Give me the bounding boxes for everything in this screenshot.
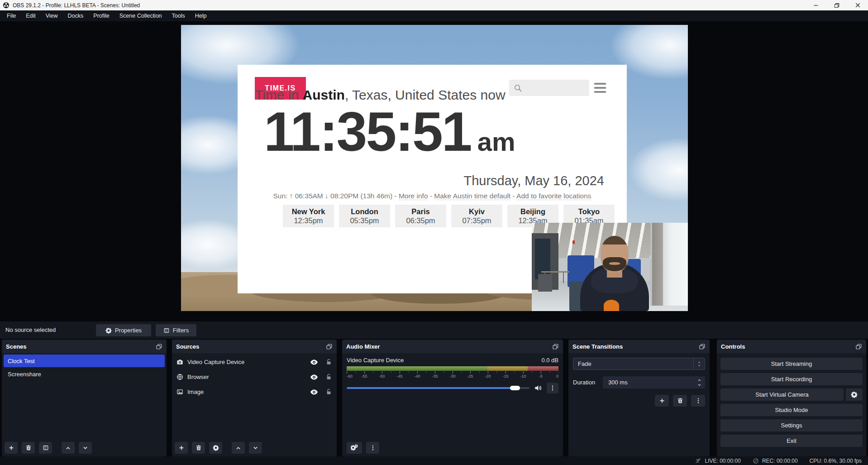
sun-info-line: Sun: ↑ 06:35AM ↓ 08:20PM (13h 46m) - Mor… bbox=[238, 192, 627, 200]
camera-icon bbox=[176, 359, 183, 365]
sources-panel: Sources Video Capture Device Browser Ima… bbox=[172, 340, 337, 456]
time-ampm: am bbox=[477, 127, 515, 156]
chevron-down-icon bbox=[253, 445, 258, 451]
lock-open-icon[interactable] bbox=[325, 374, 332, 380]
popout-icon[interactable] bbox=[326, 343, 333, 350]
filter-icon bbox=[163, 327, 170, 334]
menu-file[interactable]: File bbox=[2, 10, 21, 21]
source-up-button[interactable] bbox=[232, 442, 245, 454]
restore-button[interactable] bbox=[826, 0, 847, 10]
source-row-browser[interactable]: Browser bbox=[172, 369, 337, 384]
cpu-fps-status: CPU: 0.6%, 30.00 fps bbox=[810, 458, 862, 464]
remove-transition-button[interactable] bbox=[673, 395, 687, 407]
program-canvas: TIME.IS Time in Austin, Texas, United St… bbox=[0, 21, 868, 321]
meter-tick-marks bbox=[347, 371, 558, 374]
plus-icon bbox=[178, 445, 185, 451]
advanced-audio-button[interactable] bbox=[347, 442, 362, 454]
meter-tick-labels: -60 -55 -50 -45 -40 -35 -30 -25 -20 -15 … bbox=[347, 374, 558, 379]
popout-icon[interactable] bbox=[855, 343, 862, 350]
trash-icon bbox=[196, 445, 202, 451]
source-down-button[interactable] bbox=[249, 442, 262, 454]
duration-label: Duration bbox=[573, 379, 603, 386]
add-scene-button[interactable] bbox=[5, 442, 18, 454]
window-title: OBS 29.1.2 - Profile: LLHLS BETA - Scene… bbox=[13, 2, 140, 9]
gear-icon bbox=[851, 391, 858, 398]
source-selection-bar: No source selected Properties Filters bbox=[0, 321, 868, 339]
eye-icon[interactable] bbox=[310, 388, 318, 396]
popout-icon[interactable] bbox=[699, 343, 706, 350]
exit-button[interactable]: Exit bbox=[720, 435, 863, 447]
dots-vertical-icon bbox=[370, 445, 376, 451]
transition-menu-button[interactable] bbox=[691, 395, 705, 407]
audio-mixer-panel: Audio Mixer Video Capture Device 0.0 dB … bbox=[342, 340, 563, 456]
menu-tools[interactable]: Tools bbox=[167, 10, 190, 21]
menu-profile[interactable]: Profile bbox=[88, 10, 114, 21]
volume-slider[interactable] bbox=[347, 385, 529, 391]
virtual-camera-config-button[interactable] bbox=[846, 388, 863, 401]
remove-scene-button[interactable] bbox=[22, 442, 35, 454]
remove-source-button[interactable] bbox=[192, 442, 205, 454]
lock-open-icon[interactable] bbox=[325, 359, 332, 365]
sources-panel-title: Sources bbox=[176, 343, 199, 350]
combo-arrows[interactable] bbox=[693, 358, 705, 369]
gear-icon bbox=[105, 327, 112, 334]
webcam-overlay bbox=[532, 223, 688, 311]
transition-select[interactable]: Fade bbox=[573, 358, 705, 370]
close-button[interactable] bbox=[847, 0, 868, 10]
more-info-link: More info bbox=[399, 192, 428, 200]
dots-vertical-icon bbox=[695, 398, 701, 404]
title-bar: OBS 29.1.2 - Profile: LLHLS BETA - Scene… bbox=[0, 0, 868, 10]
filters-button[interactable]: Filters bbox=[156, 324, 196, 336]
menu-edit[interactable]: Edit bbox=[21, 10, 41, 21]
scene-item-clock-test[interactable]: Clock Test bbox=[4, 355, 165, 367]
popout-icon[interactable] bbox=[156, 343, 162, 350]
duration-spinbox[interactable]: 300 ms bbox=[603, 376, 705, 388]
plus-icon bbox=[8, 445, 14, 451]
source-properties-button[interactable] bbox=[209, 442, 222, 454]
city-newyork: New York12:35pm bbox=[283, 205, 334, 227]
current-date: Thursday, May 16, 2024 bbox=[463, 173, 604, 188]
lock-open-icon[interactable] bbox=[325, 388, 332, 395]
menu-view[interactable]: View bbox=[41, 10, 63, 21]
trash-icon bbox=[677, 398, 683, 404]
settings-button[interactable]: Settings bbox=[720, 419, 863, 431]
scene-down-button[interactable] bbox=[79, 442, 92, 454]
live-status: LIVE: 00:00:00 bbox=[695, 457, 740, 464]
volume-slider-handle[interactable] bbox=[510, 386, 520, 390]
stream-inactive-icon bbox=[695, 457, 701, 464]
speaker-icon[interactable] bbox=[534, 384, 542, 392]
menu-help[interactable]: Help bbox=[190, 10, 212, 21]
add-source-button[interactable] bbox=[175, 442, 188, 454]
start-streaming-button[interactable]: Start Streaming bbox=[720, 358, 863, 370]
audio-mixer-title: Audio Mixer bbox=[346, 343, 380, 350]
start-recording-button[interactable]: Start Recording bbox=[720, 373, 863, 385]
menu-docks[interactable]: Docks bbox=[63, 10, 89, 21]
add-transition-button[interactable] bbox=[655, 395, 669, 407]
properties-button[interactable]: Properties bbox=[96, 324, 151, 336]
chevron-up-icon[interactable] bbox=[697, 378, 702, 382]
minimize-button[interactable] bbox=[806, 0, 826, 10]
add-favorite-link: Add to favorite locations bbox=[516, 192, 591, 200]
source-row-video-capture-device[interactable]: Video Capture Device bbox=[172, 355, 337, 369]
webcam-exit-sign bbox=[572, 240, 575, 244]
popout-icon[interactable] bbox=[552, 343, 559, 350]
source-row-image[interactable]: Image bbox=[172, 384, 337, 399]
scene-filters-button[interactable] bbox=[39, 442, 52, 454]
studio-mode-button[interactable]: Studio Mode bbox=[720, 404, 863, 416]
cloud bbox=[629, 138, 688, 201]
transitions-panel-title: Scene Transitions bbox=[572, 343, 623, 350]
scene-up-button[interactable] bbox=[62, 442, 75, 454]
eye-icon[interactable] bbox=[310, 373, 318, 381]
menu-scene-collection[interactable]: Scene Collection bbox=[114, 10, 167, 21]
chevron-up-icon bbox=[697, 361, 701, 364]
eye-icon[interactable] bbox=[310, 358, 318, 366]
scene-item-screenshare[interactable]: Screenshare bbox=[2, 368, 167, 380]
start-virtual-camera-button[interactable]: Start Virtual Camera bbox=[720, 388, 844, 401]
trash-icon bbox=[25, 445, 32, 451]
mixer-menu-button[interactable] bbox=[366, 442, 379, 454]
scene-preview[interactable]: TIME.IS Time in Austin, Texas, United St… bbox=[181, 25, 688, 311]
chevron-down-icon[interactable] bbox=[697, 383, 702, 387]
webcam-pillar bbox=[652, 223, 663, 306]
mixer-channel-menu-button[interactable] bbox=[547, 383, 558, 393]
scenes-panel: Scenes Clock Test Screenshare bbox=[2, 340, 167, 456]
